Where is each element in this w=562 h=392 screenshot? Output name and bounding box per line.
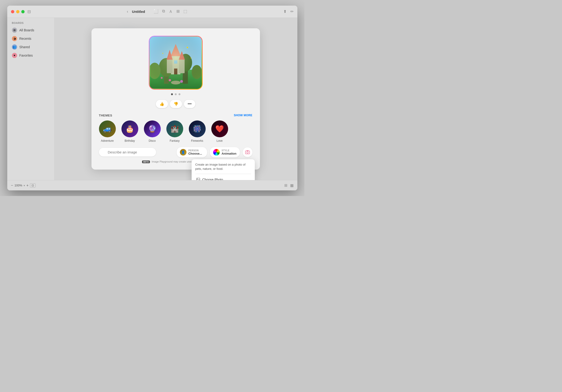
style-text: STYLE Animation (222, 149, 236, 155)
theme-love-icon: ❤️ (211, 120, 228, 137)
person-value: Choose... (188, 152, 202, 155)
sidebar-item-all-boards[interactable]: ⊞ All Boards (10, 26, 51, 34)
dot-3[interactable] (178, 93, 180, 95)
toolbar-icons: ⬜ ⧉ Ａ ⊞ ⬚ (153, 9, 187, 14)
popup-description: Create an image based on a photo of pets… (195, 162, 251, 171)
recents-icon: ◑ (12, 36, 17, 41)
sidebar-item-shared-label: Shared (19, 45, 30, 49)
svg-rect-24 (246, 151, 250, 154)
zoom-dropdown-icon[interactable]: ▾ (24, 184, 25, 187)
photo-button[interactable] (243, 147, 252, 157)
image-preview-container (99, 36, 252, 90)
theme-adventure[interactable]: 🚙 Adventure (99, 120, 116, 142)
all-boards-icon: ⊞ (12, 28, 17, 33)
bottom-bar: ✦ 👤 PERSON Choose... (99, 147, 252, 157)
style-button[interactable]: STYLE Animation (210, 147, 240, 157)
canvas-area: 👍 👎 ••• THEMES SHOW MORE 🚙 (54, 18, 297, 180)
themes-title: THEMES (99, 114, 112, 117)
choose-photo-label: Choose Photo... (202, 178, 226, 180)
svg-point-23 (161, 77, 163, 79)
back-button[interactable]: ‹ (127, 9, 128, 14)
theme-disco[interactable]: 🔮 Disco (144, 120, 161, 142)
input-wrapper: ✦ (99, 148, 174, 156)
style-value: Animation (222, 152, 236, 155)
svg-point-18 (187, 47, 188, 48)
svg-point-21 (169, 79, 171, 81)
close-button[interactable] (11, 10, 14, 13)
photo-icon (245, 150, 250, 155)
person-button[interactable]: 👤 PERSON Choose... (177, 147, 207, 157)
theme-birthday-icon: 🎂 (121, 120, 138, 137)
person-label: PERSON (188, 149, 199, 152)
popup-menu: Create an image based on a photo of pets… (192, 159, 255, 180)
minimize-button[interactable] (16, 10, 19, 13)
sidebar-item-favorites-label: Favorites (19, 54, 33, 57)
traffic-lights (11, 10, 24, 13)
sidebar: Boards ⊞ All Boards ◑ Recents 👥 Shared ♥… (7, 18, 54, 180)
folder-icon[interactable]: ⬚ (183, 9, 187, 14)
image-preview (149, 36, 203, 90)
style-icon (213, 149, 220, 156)
sidebar-item-shared[interactable]: 👥 Shared (10, 43, 51, 51)
titlebar: ⊟ ‹ Untitled ⬜ ⧉ Ａ ⊞ ⬚ ⬆ ✏ (7, 6, 297, 18)
svg-point-19 (162, 53, 163, 54)
dot-1[interactable] (171, 93, 173, 95)
image-icon[interactable]: ⊞ (176, 9, 180, 14)
bottom-statusbar: − 100% ▾ + ⊡ ⊞ ▦ (7, 180, 297, 190)
svg-point-22 (180, 80, 183, 83)
titlebar-center: ‹ Untitled ⬜ ⧉ Ａ ⊞ ⬚ (31, 9, 283, 14)
dot-2[interactable] (175, 93, 177, 95)
grid-view-icon[interactable]: ⊞ (284, 183, 287, 188)
sidebar-item-recents[interactable]: ◑ Recents (10, 35, 51, 43)
zoom-controls: − 100% ▾ + ⊡ (11, 183, 36, 188)
svg-point-25 (246, 151, 248, 153)
pagination-dots (99, 93, 252, 95)
svg-point-20 (190, 58, 191, 58)
shared-icon: 👥 (12, 45, 17, 50)
theme-fantasy[interactable]: 🏰 Fantasy (166, 120, 183, 142)
themes-header: THEMES SHOW MORE (99, 114, 252, 117)
sidebar-item-favorites[interactable]: ♥ Favorites (10, 51, 51, 59)
sidebar-item-all-boards-label: All Boards (19, 28, 35, 32)
zoom-in-button[interactable]: + (26, 183, 29, 188)
text-icon[interactable]: Ａ (169, 9, 173, 14)
popup-divider-1 (195, 174, 251, 174)
show-more-button[interactable]: SHOW MORE (234, 114, 252, 117)
thumbs-down-button[interactable]: 👎 (170, 100, 182, 108)
thumbs-up-button[interactable]: 👍 (156, 100, 168, 108)
copy-icon[interactable]: ⧉ (162, 9, 165, 14)
statusbar-right: ⊞ ▦ (284, 183, 294, 188)
fit-button[interactable]: ⊡ (30, 183, 35, 188)
theme-fantasy-icon: 🏰 (166, 120, 183, 137)
list-view-icon[interactable]: ▦ (290, 183, 294, 188)
castle-svg (150, 37, 201, 88)
more-button[interactable]: ••• (184, 100, 195, 108)
style-label: STYLE (222, 149, 230, 152)
maximize-button[interactable] (21, 10, 24, 13)
sidebar-item-recents-label: Recents (19, 37, 31, 40)
zoom-level: 100% ▾ (14, 184, 25, 187)
modal-overlay: 👍 👎 ••• THEMES SHOW MORE 🚙 (54, 18, 297, 180)
theme-love[interactable]: ❤️ Love (211, 120, 228, 142)
describe-input[interactable] (99, 148, 156, 156)
theme-adventure-icon: 🚙 (99, 120, 116, 137)
sidebar-toggle-icon[interactable]: ⊟ (27, 9, 31, 14)
notes-icon[interactable]: ⬜ (153, 9, 158, 14)
svg-rect-17 (150, 37, 201, 88)
popup-choose-photo[interactable]: Choose Photo... (195, 176, 251, 180)
main-modal: 👍 👎 ••• THEMES SHOW MORE 🚙 (92, 28, 260, 170)
share-icon[interactable]: ⬆ (283, 9, 287, 14)
action-buttons: 👍 👎 ••• (99, 100, 252, 108)
edit-icon[interactable]: ✏ (290, 9, 294, 14)
zoom-out-button[interactable]: − (11, 183, 13, 188)
castle-image (150, 36, 202, 89)
titlebar-right: ⬆ ✏ (283, 9, 294, 14)
theme-fireworks[interactable]: 🎆 Fireworks (189, 120, 206, 142)
app-window: ⊟ ‹ Untitled ⬜ ⧉ Ａ ⊞ ⬚ ⬆ ✏ Boards ⊞ All … (7, 6, 297, 190)
favorites-icon: ♥ (12, 53, 17, 58)
theme-birthday[interactable]: 🎂 Birthday (121, 120, 138, 142)
svg-rect-26 (246, 150, 248, 151)
themes-section: THEMES SHOW MORE 🚙 Adventure 🎂 Birthday (99, 114, 252, 142)
theme-birthday-label: Birthday (125, 139, 135, 142)
theme-love-label: Love (216, 139, 222, 142)
